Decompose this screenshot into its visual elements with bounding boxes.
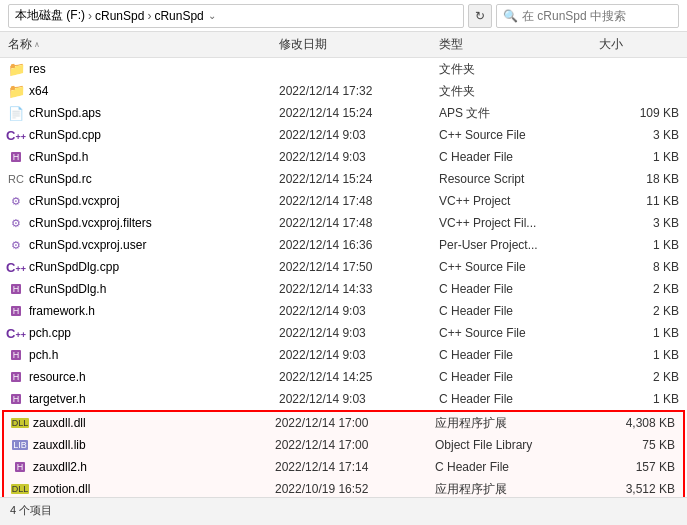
file-date: 2022/12/14 17:00 [275, 438, 435, 452]
table-row[interactable]: H targetver.h 2022/12/14 9:03 C Header F… [0, 388, 687, 410]
breadcrumb-folder2[interactable]: cRunSpd [154, 9, 203, 23]
h-icon: H [8, 347, 24, 363]
file-size: 3,512 KB [595, 482, 675, 496]
h-icon: H [8, 149, 24, 165]
folder-icon: 📁 [8, 61, 24, 77]
lib-icon: LIB [12, 437, 28, 453]
file-type: C Header File [439, 392, 599, 406]
table-row[interactable]: H resource.h 2022/12/14 14:25 C Header F… [0, 366, 687, 388]
file-type: C Header File [439, 150, 599, 164]
file-type: Per-User Project... [439, 238, 599, 252]
table-row[interactable]: C++ pch.cpp 2022/12/14 9:03 C++ Source F… [0, 322, 687, 344]
file-size: 3 KB [599, 216, 679, 230]
search-input[interactable] [522, 9, 672, 23]
table-row[interactable]: 📁 x64 2022/12/14 17:32 文件夹 [0, 80, 687, 102]
file-date: 2022/12/14 15:24 [279, 106, 439, 120]
breadcrumb-drive[interactable]: 本地磁盘 (F:) [15, 7, 85, 24]
h-icon: H [8, 391, 24, 407]
file-date: 2022/12/14 9:03 [279, 348, 439, 362]
cpp-icon: C++ [8, 325, 24, 341]
table-row[interactable]: DLL zauxdll.dll 2022/12/14 17:00 应用程序扩展 … [4, 412, 683, 434]
file-type: VC++ Project [439, 194, 599, 208]
table-row[interactable]: C++ cRunSpdDlg.cpp 2022/12/14 17:50 C++ … [0, 256, 687, 278]
file-name: cRunSpd.rc [29, 172, 92, 186]
file-name: cRunSpd.cpp [29, 128, 101, 142]
table-row[interactable]: LIB zauxdll.lib 2022/12/14 17:00 Object … [4, 434, 683, 456]
file-size: 2 KB [599, 370, 679, 384]
file-type: C Header File [435, 460, 595, 474]
dll-icon: DLL [12, 415, 28, 431]
file-name: cRunSpdDlg.h [29, 282, 106, 296]
table-row[interactable]: H cRunSpdDlg.h 2022/12/14 14:33 C Header… [0, 278, 687, 300]
file-name: pch.cpp [29, 326, 71, 340]
file-name: zauxdll2.h [33, 460, 87, 474]
status-bar: 4 个项目 [0, 497, 687, 523]
breadcrumb-chevron: ⌄ [208, 10, 216, 21]
table-row[interactable]: ⚙ cRunSpd.vcxproj.filters 2022/12/14 17:… [0, 212, 687, 234]
table-row[interactable]: 📁 res 文件夹 [0, 58, 687, 80]
file-size: 18 KB [599, 172, 679, 186]
col-header-date[interactable]: 修改日期 [279, 36, 439, 53]
table-row[interactable]: H cRunSpd.h 2022/12/14 9:03 C Header Fil… [0, 146, 687, 168]
file-size: 1 KB [599, 150, 679, 164]
cpp-icon: C++ [8, 127, 24, 143]
filter-icon: ⚙ [8, 215, 24, 231]
file-type: Resource Script [439, 172, 599, 186]
file-type: C Header File [439, 370, 599, 384]
table-row[interactable]: C++ cRunSpd.cpp 2022/12/14 9:03 C++ Sour… [0, 124, 687, 146]
h-icon: H [8, 369, 24, 385]
table-row[interactable]: 📄 cRunSpd.aps 2022/12/14 15:24 APS 文件 10… [0, 102, 687, 124]
file-size: 11 KB [599, 194, 679, 208]
h-icon: H [8, 281, 24, 297]
file-date: 2022/12/14 14:25 [279, 370, 439, 384]
file-list: 📁 res 文件夹 📁 x64 2022/12/14 17:32 文件夹 📄 c… [0, 58, 687, 497]
table-row[interactable]: ⚙ cRunSpd.vcxproj 2022/12/14 17:48 VC++ … [0, 190, 687, 212]
file-date: 2022/12/14 17:50 [279, 260, 439, 274]
file-size: 1 KB [599, 238, 679, 252]
file-size: 2 KB [599, 304, 679, 318]
status-text: 4 个项目 [10, 503, 52, 518]
rc-icon: RC [8, 171, 24, 187]
vcxproj-icon: ⚙ [8, 193, 24, 209]
file-size: 3 KB [599, 128, 679, 142]
file-size: 157 KB [595, 460, 675, 474]
file-name: framework.h [29, 304, 95, 318]
file-date: 2022/12/14 9:03 [279, 326, 439, 340]
table-row[interactable]: ⚙ cRunSpd.vcxproj.user 2022/12/14 16:36 … [0, 234, 687, 256]
file-date: 2022/12/14 17:48 [279, 216, 439, 230]
file-date: 2022/12/14 9:03 [279, 304, 439, 318]
file-name: targetver.h [29, 392, 86, 406]
file-type: 应用程序扩展 [435, 481, 595, 498]
table-row[interactable]: H zauxdll2.h 2022/12/14 17:14 C Header F… [4, 456, 683, 478]
col-header-name[interactable]: 名称 ∧ [8, 36, 279, 53]
table-row[interactable]: H pch.h 2022/12/14 9:03 C Header File 1 … [0, 344, 687, 366]
col-header-type[interactable]: 类型 [439, 36, 599, 53]
dll-icon: DLL [12, 481, 28, 497]
col-header-size[interactable]: 大小 [599, 36, 679, 53]
h-icon: H [12, 459, 28, 475]
file-size: 1 KB [599, 348, 679, 362]
file-name: pch.h [29, 348, 58, 362]
file-type: 文件夹 [439, 61, 599, 78]
breadcrumb-sep-1: › [88, 9, 92, 23]
file-size: 1 KB [599, 326, 679, 340]
file-name: cRunSpd.vcxproj.filters [29, 216, 152, 230]
sort-arrow-icon: ∧ [34, 40, 40, 49]
table-row[interactable]: H framework.h 2022/12/14 9:03 C Header F… [0, 300, 687, 322]
file-date: 2022/12/14 9:03 [279, 392, 439, 406]
search-bar: 🔍 [496, 4, 679, 28]
file-size: 1 KB [599, 392, 679, 406]
file-name: cRunSpdDlg.cpp [29, 260, 119, 274]
file-date: 2022/12/14 17:32 [279, 84, 439, 98]
table-row[interactable]: DLL zmotion.dll 2022/10/19 16:52 应用程序扩展 … [4, 478, 683, 497]
file-size: 4,308 KB [595, 416, 675, 430]
file-type: 文件夹 [439, 83, 599, 100]
file-type: C++ Source File [439, 260, 599, 274]
file-name: cRunSpd.h [29, 150, 88, 164]
file-type: C Header File [439, 304, 599, 318]
breadcrumb-folder1[interactable]: cRunSpd [95, 9, 144, 23]
refresh-button[interactable]: ↻ [468, 4, 492, 28]
table-row[interactable]: RC cRunSpd.rc 2022/12/14 15:24 Resource … [0, 168, 687, 190]
breadcrumb[interactable]: 本地磁盘 (F:) › cRunSpd › cRunSpd ⌄ [8, 4, 464, 28]
file-name: zauxdll.lib [33, 438, 86, 452]
